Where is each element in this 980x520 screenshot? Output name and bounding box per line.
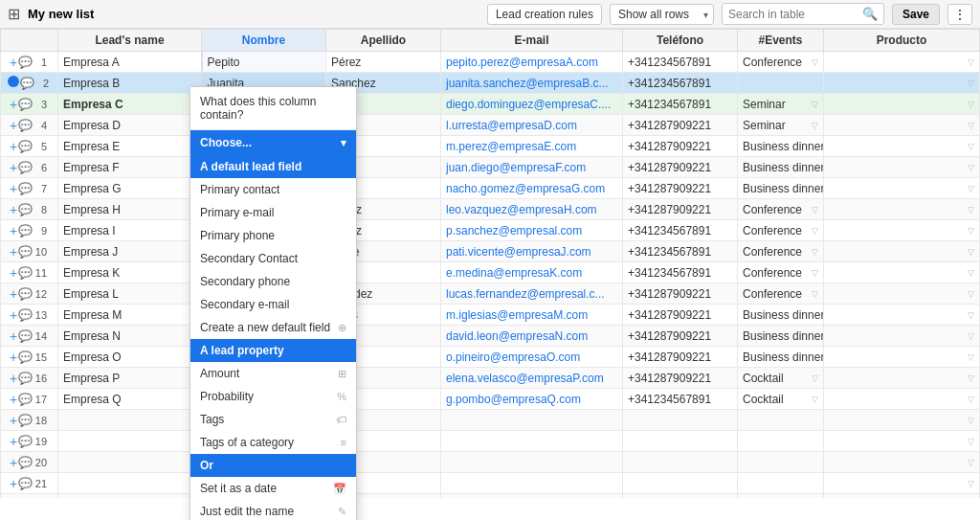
producto-filter-icon[interactable]: ▽ — [968, 268, 974, 278]
producto-filter-icon[interactable]: ▽ — [968, 331, 974, 341]
filter-icon[interactable]: ▽ — [812, 57, 818, 67]
add-row-icon[interactable]: + — [10, 203, 17, 216]
producto-filter-icon[interactable]: ▽ — [968, 184, 974, 193]
producto-cell: ▽ — [824, 389, 980, 410]
producto-filter-icon[interactable]: ▽ — [968, 352, 974, 362]
chat-icon[interactable]: 💬 — [18, 309, 33, 321]
dropdown-item[interactable]: Secondary Contact — [190, 247, 356, 270]
chat-icon[interactable]: 💬 — [18, 436, 33, 447]
events-cell — [738, 73, 824, 94]
dropdown-item[interactable]: Primary e-mail — [190, 201, 356, 224]
dropdown-item[interactable]: Secondary phone — [190, 270, 356, 293]
add-row-icon[interactable]: + — [10, 372, 17, 385]
dropdown-item[interactable]: Set it as a date📅 — [190, 477, 356, 500]
menu-button[interactable]: ⋮ — [947, 4, 972, 25]
show-rows-select[interactable]: Show all rows — [610, 4, 714, 25]
dropdown-item[interactable]: Just edit the name✎ — [190, 500, 356, 520]
chat-icon[interactable]: 💬 — [18, 225, 33, 237]
chat-icon[interactable]: 💬 — [18, 57, 33, 68]
search-input[interactable] — [723, 5, 857, 24]
table-scroll[interactable]: Lead's name Nombre Apellido E-mail Teléf… — [0, 29, 980, 498]
chat-icon[interactable]: 💬 — [18, 162, 33, 173]
add-row-icon[interactable]: + — [10, 393, 17, 406]
chat-icon[interactable]: 💬 — [18, 120, 33, 131]
producto-filter-icon[interactable]: ▽ — [968, 163, 974, 172]
row-number: 16 — [33, 373, 49, 384]
add-row-icon[interactable]: + — [10, 498, 17, 499]
filter-icon[interactable]: ▽ — [812, 100, 818, 109]
add-row-icon[interactable]: + — [10, 119, 17, 132]
filter-icon[interactable]: ▽ — [812, 226, 818, 236]
dropdown-item[interactable]: Secondary e-mail — [190, 293, 356, 316]
dropdown-item[interactable]: Probability% — [190, 385, 356, 408]
filter-icon[interactable]: ▽ — [812, 205, 818, 215]
producto-filter-icon[interactable]: ▽ — [968, 395, 974, 404]
add-row-icon[interactable]: + — [10, 456, 17, 469]
chat-icon[interactable]: 💬 — [18, 457, 33, 468]
producto-filter-icon[interactable]: ▽ — [968, 310, 974, 320]
add-row-icon[interactable]: + — [10, 414, 17, 427]
save-button[interactable]: Save — [892, 4, 940, 25]
filter-icon[interactable]: ▽ — [812, 121, 818, 130]
add-row-icon[interactable]: + — [10, 287, 17, 301]
add-row-icon[interactable]: + — [10, 98, 17, 111]
chat-icon[interactable]: 💬 — [18, 351, 33, 363]
producto-filter-icon[interactable]: ▽ — [968, 100, 974, 109]
add-row-icon[interactable]: + — [10, 56, 17, 69]
dropdown-item[interactable]: Amount⊞ — [190, 362, 356, 385]
producto-filter-icon[interactable]: ▽ — [968, 205, 974, 215]
chat-icon[interactable]: 💬 — [18, 478, 33, 489]
dropdown-item[interactable]: Primary phone — [190, 224, 356, 247]
lead-creation-rules-button[interactable]: Lead creation rules — [487, 4, 602, 25]
dropdown-item-icon: ⊞ — [338, 368, 346, 380]
add-row-icon[interactable]: + — [10, 245, 17, 259]
chat-icon[interactable]: 💬 — [18, 288, 33, 300]
add-row-icon[interactable]: + — [10, 477, 17, 490]
producto-filter-icon[interactable]: ▽ — [968, 289, 974, 299]
filter-icon[interactable]: ▽ — [812, 247, 818, 257]
producto-filter-icon[interactable]: ▽ — [968, 57, 974, 67]
producto-filter-icon[interactable]: ▽ — [968, 437, 974, 446]
add-row-icon[interactable]: + — [10, 308, 17, 322]
add-row-icon[interactable]: + — [10, 161, 17, 174]
producto-filter-icon[interactable]: ▽ — [968, 458, 974, 467]
chat-icon[interactable]: 💬 — [18, 415, 33, 426]
dropdown-item-label: Secondary Contact — [200, 252, 298, 265]
chat-icon[interactable]: 💬 — [18, 394, 33, 405]
filter-icon[interactable]: ▽ — [812, 395, 818, 404]
chat-icon[interactable]: 💬 — [18, 141, 33, 152]
add-row-icon[interactable]: + — [10, 224, 17, 237]
dropdown-item[interactable]: Tags of a category≡ — [190, 431, 356, 454]
add-row-icon[interactable]: + — [10, 182, 17, 195]
dropdown-item[interactable]: Create a new default field⊕ — [190, 316, 356, 339]
chat-icon[interactable]: 💬 — [18, 204, 33, 215]
chat-icon[interactable]: 💬 — [18, 373, 33, 384]
dropdown-item-label: Amount — [200, 367, 239, 380]
search-icon[interactable]: 🔍 — [857, 4, 883, 24]
chat-icon[interactable]: 💬 — [18, 267, 33, 279]
chat-icon[interactable]: 💬 — [18, 99, 33, 110]
chat-icon[interactable]: 💬 — [18, 246, 33, 258]
producto-filter-icon[interactable]: ▽ — [968, 479, 974, 488]
filter-icon[interactable]: ▽ — [812, 289, 818, 299]
add-row-icon[interactable]: + — [10, 435, 17, 448]
add-row-icon[interactable]: + — [10, 140, 17, 153]
producto-filter-icon[interactable]: ▽ — [968, 226, 974, 236]
filter-icon[interactable]: ▽ — [812, 373, 818, 383]
add-row-icon[interactable]: + — [10, 329, 17, 343]
filter-icon[interactable]: ▽ — [812, 268, 818, 278]
producto-filter-icon[interactable]: ▽ — [968, 247, 974, 257]
producto-filter-icon[interactable]: ▽ — [968, 373, 974, 383]
dropdown-item[interactable]: Primary contact — [190, 178, 356, 201]
producto-filter-icon[interactable]: ▽ — [968, 142, 974, 151]
producto-filter-icon[interactable]: ▽ — [968, 416, 974, 425]
producto-filter-icon[interactable]: ▽ — [968, 121, 974, 130]
chat-icon[interactable]: 💬 — [20, 78, 34, 89]
dropdown-choose[interactable]: Choose... ▾ — [190, 130, 356, 155]
chat-icon[interactable]: 💬 — [18, 330, 33, 342]
add-row-icon[interactable]: + — [10, 350, 17, 364]
chat-icon[interactable]: 💬 — [18, 183, 33, 194]
producto-filter-icon[interactable]: ▽ — [968, 79, 974, 88]
dropdown-item[interactable]: Tags🏷 — [190, 408, 356, 431]
add-row-icon[interactable]: + — [10, 266, 17, 280]
